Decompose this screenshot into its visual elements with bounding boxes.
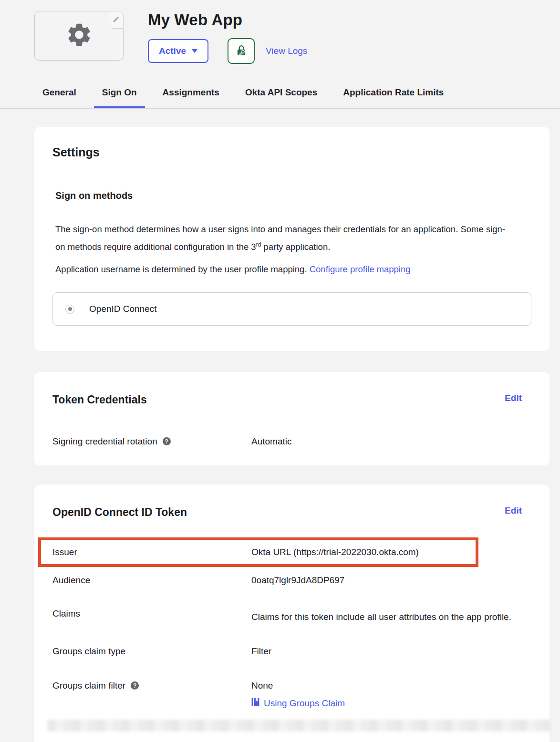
gear-icon — [65, 21, 93, 51]
token-credentials-card: Token Credentials Edit Signing credentia… — [34, 372, 550, 465]
username-mapping-description: Application username is determined by th… — [55, 261, 508, 277]
page-title: My Web App — [148, 10, 307, 31]
audience-row: Audience 0oatq7lglr9JdA8DP697 — [52, 575, 522, 586]
using-groups-claim-label: Using Groups Claim — [264, 698, 345, 709]
issuer-label: Issuer — [52, 546, 77, 558]
app-logo-tile — [34, 11, 124, 61]
edit-logo-button[interactable] — [109, 11, 124, 29]
lock-key-icon — [235, 44, 248, 59]
using-groups-claim-link[interactable]: Using Groups Claim — [251, 698, 522, 709]
claims-value: Claims for this token include all user a… — [251, 608, 522, 626]
settings-heading: Settings — [52, 145, 531, 159]
openid-connect-id-token-card: OpenID Connect ID Token Edit Issuer Okta… — [34, 484, 550, 742]
chevron-down-icon — [192, 49, 197, 53]
sign-on-methods-heading: Sign on methods — [55, 190, 531, 201]
tab-sign-on[interactable]: Sign On — [94, 78, 145, 108]
id-token-heading: OpenID Connect ID Token — [52, 505, 187, 519]
signing-credential-rotation-value: Automatic — [251, 436, 522, 447]
groups-claim-filter-value: None — [251, 680, 522, 691]
blurred-content-row — [48, 720, 550, 732]
configure-profile-mapping-link[interactable]: Configure profile mapping — [310, 264, 411, 274]
status-label: Active — [159, 46, 186, 56]
groups-claim-filter-row: Groups claim filter ? None Using Groups … — [52, 680, 522, 709]
app-header: My Web App Active View Logs — [0, 0, 560, 62]
ordinal-superscript: rd — [256, 241, 261, 248]
tab-general[interactable]: General — [34, 78, 84, 108]
signing-credential-rotation-row: Signing credential rotation ? Automatic — [52, 436, 522, 447]
groups-claim-filter-label: Groups claim filter — [52, 680, 125, 691]
settings-card: Settings Sign on methods The sign-on met… — [34, 127, 550, 351]
method-option-label: OpenID Connect — [89, 304, 157, 314]
lock-button[interactable] — [228, 38, 255, 64]
token-credentials-heading: Token Credentials — [52, 393, 147, 406]
claims-label: Claims — [52, 608, 80, 619]
edit-id-token-link[interactable]: Edit — [505, 505, 522, 516]
issuer-row-highlighted: Issuer Okta URL (https://trial-2022030.o… — [38, 537, 478, 567]
book-icon — [251, 698, 259, 709]
sign-on-method-option[interactable]: OpenID Connect — [52, 292, 531, 326]
signing-credential-rotation-label: Signing credential rotation — [52, 436, 157, 447]
tab-okta-api-scopes[interactable]: Okta API Scopes — [237, 78, 325, 108]
audience-label: Audience — [52, 575, 90, 586]
tab-assignments[interactable]: Assignments — [155, 78, 228, 108]
groups-claim-type-row: Groups claim type Filter — [52, 646, 522, 657]
view-logs-link[interactable]: View Logs — [266, 46, 307, 56]
username-mapping-text: Application username is determined by th… — [55, 264, 310, 274]
groups-claim-type-value: Filter — [251, 646, 522, 657]
tab-application-rate-limits[interactable]: Application Rate Limits — [335, 78, 452, 108]
tab-bar: General Sign On Assignments Okta API Sco… — [0, 78, 560, 109]
claims-row: Claims Claims for this token include all… — [52, 608, 522, 626]
audience-value: 0oatq7lglr9JdA8DP697 — [251, 575, 522, 586]
issuer-value: Okta URL (https://trial-2022030.okta.com… — [251, 546, 476, 558]
radio-selected-icon[interactable] — [65, 305, 74, 314]
pencil-icon — [113, 16, 120, 24]
groups-claim-type-label: Groups claim type — [52, 646, 125, 657]
help-icon[interactable]: ? — [163, 437, 171, 445]
help-icon[interactable]: ? — [131, 681, 139, 690]
description-text-end: party application. — [261, 242, 330, 252]
edit-token-credentials-link[interactable]: Edit — [505, 393, 522, 403]
sign-on-method-description: The sign-on method determines how a user… — [55, 221, 508, 255]
status-dropdown[interactable]: Active — [148, 39, 208, 63]
